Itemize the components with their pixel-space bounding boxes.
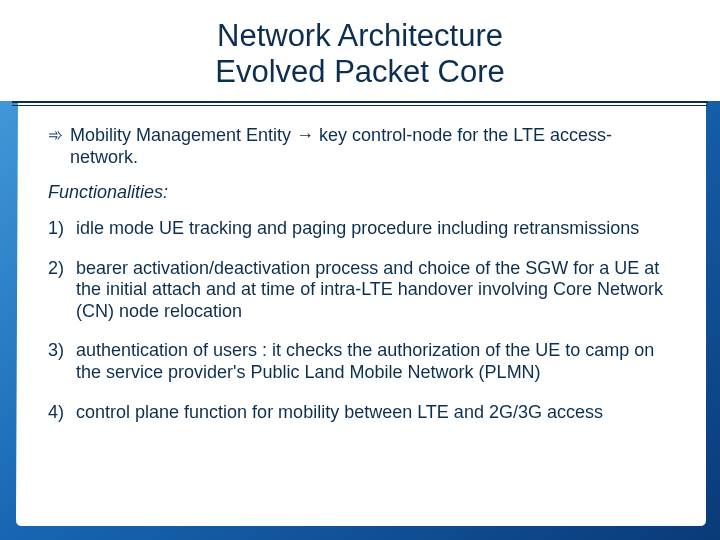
functionalities-label: Functionalities: xyxy=(48,182,672,204)
intro-line: ➾ Mobility Management Entity → key contr… xyxy=(48,125,672,168)
slide-title: Network Architecture Evolved Packet Core xyxy=(0,0,720,101)
slide-body: ➾ Mobility Management Entity → key contr… xyxy=(0,111,720,423)
arrow-bullet-icon: ➾ xyxy=(48,125,70,168)
item-text: control plane function for mobility betw… xyxy=(76,402,672,424)
item-text: bearer activation/deactivation process a… xyxy=(76,258,672,323)
item-text: idle mode UE tracking and paging procedu… xyxy=(76,218,672,240)
item-number: 4) xyxy=(48,402,76,424)
list-item: 1) idle mode UE tracking and paging proc… xyxy=(48,218,672,240)
title-underline xyxy=(12,101,708,111)
item-text: authentication of users : it checks the … xyxy=(76,340,672,383)
item-number: 1) xyxy=(48,218,76,240)
title-line-2: Evolved Packet Core xyxy=(40,54,680,90)
list-item: 3) authentication of users : it checks t… xyxy=(48,340,672,383)
intro-text: Mobility Management Entity → key control… xyxy=(70,125,672,168)
list-item: 2) bearer activation/deactivation proces… xyxy=(48,258,672,323)
list-item: 4) control plane function for mobility b… xyxy=(48,402,672,424)
title-line-1: Network Architecture xyxy=(40,18,680,54)
item-number: 2) xyxy=(48,258,76,323)
item-number: 3) xyxy=(48,340,76,383)
